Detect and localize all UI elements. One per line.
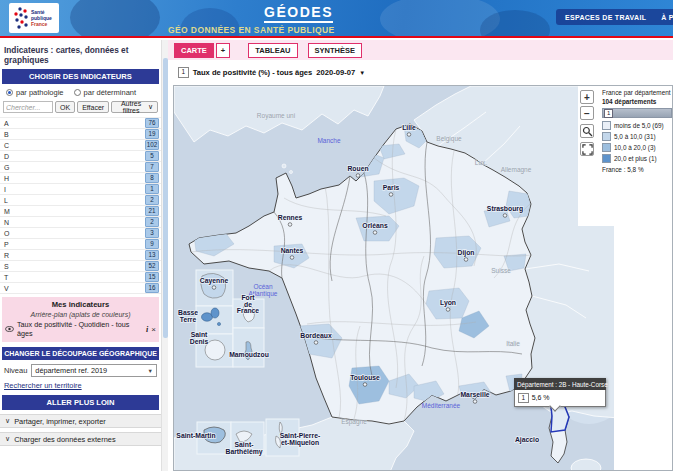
country-label: Suisse xyxy=(491,267,511,274)
search-area-button[interactable] xyxy=(580,124,594,138)
letter-row-R[interactable]: R13 xyxy=(0,250,161,261)
tab-carte[interactable]: CARTE xyxy=(174,43,214,58)
indicator-remove-button[interactable]: × xyxy=(151,325,156,334)
city-marker xyxy=(314,341,318,345)
letter-row-B[interactable]: B19 xyxy=(0,129,161,140)
letter-row-A[interactable]: A76 xyxy=(0,118,161,129)
guadeloupe-shape[interactable] xyxy=(211,308,219,318)
search-ok-button[interactable]: OK xyxy=(55,101,75,113)
selected-indicator-label[interactable]: Taux de positivité - Quotidien - tous âg… xyxy=(17,320,143,338)
map-margin xyxy=(614,226,673,471)
letter-row-C[interactable]: C102 xyxy=(0,140,161,151)
letter-row-S[interactable]: S52 xyxy=(0,261,161,272)
city-label: Strasbourg xyxy=(487,205,523,213)
search-clear-button[interactable]: Effacer xyxy=(77,101,109,113)
letter-row-L[interactable]: L2 xyxy=(0,195,161,206)
search-input[interactable] xyxy=(3,101,53,113)
letter-row-V[interactable]: V16 xyxy=(0,283,161,294)
letter-row-P[interactable]: P9 xyxy=(0,239,161,250)
letter-count-badge: 3 xyxy=(145,228,159,238)
zoom-out-button[interactable]: − xyxy=(580,106,594,120)
tooltip-body: 1 5,6 % xyxy=(514,390,606,407)
letter-count-badge: 9 xyxy=(145,239,159,249)
legend-layer-bar[interactable]: 1 xyxy=(602,108,672,118)
map-canvas[interactable]: Royaume uniBelgiqueLux.AllemagneSuisseIt… xyxy=(173,85,673,471)
city-marker xyxy=(363,383,367,387)
city-marker xyxy=(464,258,468,262)
letter-label: R xyxy=(4,252,9,259)
indicator-search-row: OK Effacer Autres filtres ∨ xyxy=(3,101,158,113)
city-marker xyxy=(356,174,360,178)
city-label: Marseille xyxy=(460,391,489,398)
city-label: Bordeaux xyxy=(300,332,332,339)
other-filters-button[interactable]: Autres filtres ∨ xyxy=(111,101,158,113)
country-label: Royaume uni xyxy=(257,112,295,120)
choose-indicators-header[interactable]: CHOISIR DES INDICATEURS xyxy=(2,69,159,84)
letter-count-badge: 76 xyxy=(145,118,159,128)
letter-row-M[interactable]: M21 xyxy=(0,206,161,217)
app-title: GÉODES xyxy=(264,4,333,23)
accordion-0[interactable]: ∨Partager, imprimer, exporter xyxy=(0,414,161,428)
legend-class-2: 10,0 à 20,0 (3) xyxy=(602,143,672,152)
letter-row-G[interactable]: G7 xyxy=(0,162,161,173)
letter-row-H[interactable]: H8 xyxy=(0,173,161,184)
full-extent-button[interactable] xyxy=(580,142,594,156)
letter-row-O[interactable]: O3 xyxy=(0,228,161,239)
city-label: BasseTerre xyxy=(178,309,198,323)
level-label: Niveau xyxy=(4,366,27,375)
nav-item-1[interactable]: À PROPOS xyxy=(661,14,673,21)
country-label: Allemagne xyxy=(501,166,532,174)
city-label: Ajaccio xyxy=(515,436,539,444)
date-dropdown-icon[interactable]: ▼ xyxy=(359,70,365,76)
letter-label: C xyxy=(4,142,9,149)
city-label: Cayenne xyxy=(200,277,229,285)
indicator-date[interactable]: 2020-09-07 xyxy=(316,68,355,77)
country-label: Espagne xyxy=(341,418,367,426)
banner-photo-shape xyxy=(70,0,160,38)
letter-label: N xyxy=(4,219,9,226)
sidebar-scrollbar-thumb[interactable] xyxy=(163,58,168,338)
legend-class-label: 10,0 à 20,0 (3) xyxy=(614,144,656,151)
tab-synthese[interactable]: SYNTHÈSE xyxy=(308,43,362,58)
legend-class-1: 5,0 à 10,0 (31) xyxy=(602,132,672,141)
legend-swatch xyxy=(602,132,611,141)
app-title-block: GÉODES GÉO DONNÉES EN SANTÉ PUBLIQUE xyxy=(168,3,333,35)
letter-row-T[interactable]: T15 xyxy=(0,272,161,283)
letter-row-I[interactable]: I1 xyxy=(0,184,161,195)
eye-icon[interactable] xyxy=(5,326,14,332)
letter-count-badge: 102 xyxy=(145,140,159,150)
logo-wordmark: Santé publique France xyxy=(31,9,52,27)
letter-row-D[interactable]: D5 xyxy=(0,151,161,162)
sante-publique-france-logo[interactable]: Santé publique France xyxy=(9,3,59,33)
letter-label: P xyxy=(4,241,9,248)
go-further-header[interactable]: ALLER PLUS LOIN xyxy=(2,395,159,410)
letter-label: B xyxy=(4,131,9,138)
city-marker xyxy=(407,133,411,137)
selected-indicator-row: Taux de positivité - Quotidien - tous âg… xyxy=(5,320,156,338)
add-map-tab-button[interactable]: + xyxy=(216,43,230,58)
letter-row-N[interactable]: N2 xyxy=(0,217,161,228)
city-label: Lyon xyxy=(440,299,456,307)
map-legend: France par département 104 départements … xyxy=(598,86,673,176)
city-label: Mamoudzou xyxy=(229,351,269,358)
tab-tableau[interactable]: TABLEAU xyxy=(248,43,297,58)
search-territory-link[interactable]: Rechercher un territoire xyxy=(4,381,82,390)
city-marker xyxy=(373,231,377,235)
tooltip-index-chip: 1 xyxy=(518,393,529,404)
legend-swatch xyxy=(602,143,611,152)
city-marker xyxy=(473,400,477,404)
indicator-letter-list: A76B19C102D5G7H8I1L2M21N2O3P9R13S52T15V1… xyxy=(0,117,161,294)
level-select[interactable]: département ref. 2019 ▼ xyxy=(31,364,157,377)
letter-count-badge: 15 xyxy=(145,272,159,282)
nav-item-0[interactable]: ESPACES DE TRAVAIL xyxy=(565,14,646,21)
accordion-1[interactable]: ∨Charger des données externes xyxy=(0,432,161,446)
radio-par-pathologie[interactable]: par pathologie xyxy=(6,88,64,97)
sidebar-scrollbar[interactable] xyxy=(161,40,168,471)
radio-par-determinant[interactable]: par déterminant xyxy=(74,88,137,97)
zoom-in-button[interactable]: + xyxy=(580,90,594,104)
indicator-info-button[interactable]: i xyxy=(146,325,148,334)
legend-layer-index: 1 xyxy=(604,109,613,118)
city-label: SaintDenis xyxy=(190,331,209,345)
change-geography-header[interactable]: CHANGER LE DÉCOUPAGE GÉOGRAPHIQUE xyxy=(2,347,159,360)
letter-count-badge: 7 xyxy=(145,162,159,172)
